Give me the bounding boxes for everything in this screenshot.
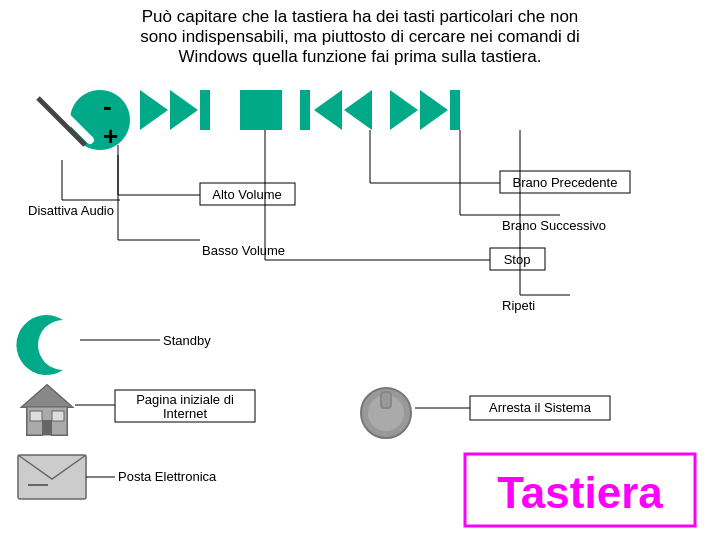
svg-marker-12 <box>22 385 72 407</box>
alto-volume-label: Alto Volume <box>212 187 281 202</box>
svg-rect-5 <box>300 90 310 130</box>
volume-plus: + <box>103 121 118 151</box>
svg-marker-7 <box>344 90 372 130</box>
arresta-label: Arresta il Sistema <box>489 400 592 415</box>
rewind-icon <box>300 90 372 130</box>
power-icon <box>361 388 411 438</box>
home-icon <box>22 385 72 435</box>
standby-moon-icon <box>16 315 63 375</box>
svg-rect-16 <box>52 411 64 421</box>
brano-precedente-label: Brano Precedente <box>513 175 618 190</box>
svg-rect-14 <box>42 420 52 435</box>
volume-minus: - <box>103 91 112 121</box>
svg-marker-8 <box>390 90 418 130</box>
pagina-label-line2: Internet <box>163 406 207 421</box>
svg-rect-10 <box>450 90 460 130</box>
svg-rect-3 <box>200 90 210 130</box>
stop-label: Stop <box>504 252 531 267</box>
title-line1: Può capitare che la tastiera ha dei tast… <box>142 7 579 26</box>
svg-rect-15 <box>30 411 42 421</box>
stop-icon <box>240 90 282 130</box>
fast-forward-icon <box>390 90 460 130</box>
brano-successivo-label: Brano Successivo <box>502 218 606 233</box>
svg-marker-1 <box>140 90 168 130</box>
svg-rect-4 <box>240 90 282 130</box>
svg-rect-22 <box>382 393 390 407</box>
svg-marker-6 <box>314 90 342 130</box>
svg-marker-9 <box>420 90 448 130</box>
svg-marker-2 <box>170 90 198 130</box>
tastiera-label: Tastiera <box>497 468 663 517</box>
basso-volume-label: Basso Volume <box>202 243 285 258</box>
skip-forward-icon <box>140 90 210 130</box>
title-line3: Windows quella funzione fai prima sulla … <box>179 47 542 66</box>
standby-label: Standby <box>163 333 211 348</box>
ripeti-label: Ripeti <box>502 298 535 313</box>
title-line2: sono indispensabili, ma piuttosto di cer… <box>140 27 579 46</box>
disattiva-audio-label: Disattiva Audio <box>28 203 114 218</box>
posta-label: Posta Elettronica <box>118 469 217 484</box>
pagina-label-line1: Pagina iniziale di <box>136 392 234 407</box>
envelope-icon <box>18 455 86 499</box>
